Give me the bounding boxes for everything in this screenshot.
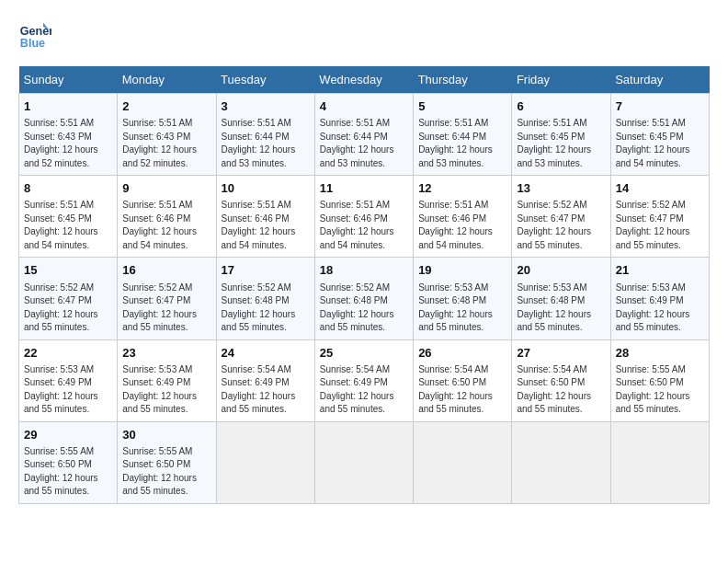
- day-header-saturday: Saturday: [610, 66, 709, 94]
- calendar-week-2: 8Sunrise: 5:51 AM Sunset: 6:45 PM Daylig…: [19, 176, 710, 258]
- day-number: 22: [24, 345, 112, 362]
- calendar-cell: 4Sunrise: 5:51 AM Sunset: 6:44 PM Daylig…: [314, 94, 413, 176]
- day-info: Sunrise: 5:51 AM Sunset: 6:46 PM Dayligh…: [418, 199, 506, 252]
- calendar-cell: 6Sunrise: 5:51 AM Sunset: 6:45 PM Daylig…: [512, 94, 610, 176]
- day-info: Sunrise: 5:52 AM Sunset: 6:48 PM Dayligh…: [320, 282, 408, 335]
- calendar-cell: 7Sunrise: 5:51 AM Sunset: 6:45 PM Daylig…: [610, 94, 709, 176]
- calendar-cell: 10Sunrise: 5:51 AM Sunset: 6:46 PM Dayli…: [216, 176, 314, 258]
- day-info: Sunrise: 5:53 AM Sunset: 6:49 PM Dayligh…: [24, 363, 112, 417]
- calendar-cell: 3Sunrise: 5:51 AM Sunset: 6:44 PM Daylig…: [216, 94, 314, 176]
- day-info: Sunrise: 5:53 AM Sunset: 6:48 PM Dayligh…: [418, 282, 506, 335]
- day-info: Sunrise: 5:51 AM Sunset: 6:45 PM Dayligh…: [616, 117, 704, 170]
- day-info: Sunrise: 5:52 AM Sunset: 6:47 PM Dayligh…: [122, 282, 210, 335]
- calendar-cell: 16Sunrise: 5:52 AM Sunset: 6:47 PM Dayli…: [118, 258, 216, 339]
- day-number: 3: [222, 98, 310, 115]
- day-info: Sunrise: 5:55 AM Sunset: 6:50 PM Dayligh…: [24, 445, 112, 499]
- day-info: Sunrise: 5:51 AM Sunset: 6:44 PM Dayligh…: [418, 117, 506, 170]
- svg-text:Blue: Blue: [20, 37, 45, 50]
- day-number: 10: [222, 180, 310, 197]
- day-info: Sunrise: 5:51 AM Sunset: 6:45 PM Dayligh…: [24, 199, 112, 252]
- calendar-header: SundayMondayTuesdayWednesdayThursdayFrid…: [19, 66, 710, 94]
- day-number: 29: [24, 427, 112, 443]
- calendar-cell: 26Sunrise: 5:54 AM Sunset: 6:50 PM Dayli…: [414, 339, 512, 421]
- day-info: Sunrise: 5:52 AM Sunset: 6:47 PM Dayligh…: [517, 199, 605, 252]
- day-number: 11: [320, 180, 408, 197]
- day-number: 5: [418, 98, 506, 115]
- calendar-cell: [414, 421, 512, 503]
- day-number: 16: [122, 262, 210, 279]
- day-info: Sunrise: 5:54 AM Sunset: 6:50 PM Dayligh…: [517, 363, 605, 417]
- calendar-cell: 29Sunrise: 5:55 AM Sunset: 6:50 PM Dayli…: [19, 421, 118, 503]
- calendar-cell: 14Sunrise: 5:52 AM Sunset: 6:47 PM Dayli…: [610, 176, 709, 258]
- calendar-cell: [512, 421, 610, 503]
- day-header-wednesday: Wednesday: [314, 66, 413, 94]
- day-info: Sunrise: 5:52 AM Sunset: 6:47 PM Dayligh…: [616, 199, 704, 252]
- day-info: Sunrise: 5:55 AM Sunset: 6:50 PM Dayligh…: [616, 363, 704, 417]
- calendar-cell: 8Sunrise: 5:51 AM Sunset: 6:45 PM Daylig…: [19, 176, 118, 258]
- calendar-cell: 21Sunrise: 5:53 AM Sunset: 6:49 PM Dayli…: [610, 258, 709, 339]
- calendar-cell: [314, 421, 413, 503]
- day-info: Sunrise: 5:51 AM Sunset: 6:46 PM Dayligh…: [222, 199, 310, 252]
- day-info: Sunrise: 5:55 AM Sunset: 6:50 PM Dayligh…: [122, 445, 210, 499]
- day-header-thursday: Thursday: [414, 66, 512, 94]
- calendar-cell: [610, 421, 709, 503]
- day-info: Sunrise: 5:51 AM Sunset: 6:44 PM Dayligh…: [222, 117, 310, 170]
- day-info: Sunrise: 5:51 AM Sunset: 6:45 PM Dayligh…: [517, 117, 605, 170]
- calendar-week-3: 15Sunrise: 5:52 AM Sunset: 6:47 PM Dayli…: [19, 258, 710, 339]
- calendar-cell: 15Sunrise: 5:52 AM Sunset: 6:47 PM Dayli…: [19, 258, 118, 339]
- day-number: 24: [222, 345, 310, 362]
- day-number: 19: [418, 262, 506, 279]
- day-info: Sunrise: 5:52 AM Sunset: 6:47 PM Dayligh…: [24, 282, 112, 335]
- calendar-cell: 25Sunrise: 5:54 AM Sunset: 6:49 PM Dayli…: [314, 339, 413, 421]
- day-info: Sunrise: 5:54 AM Sunset: 6:50 PM Dayligh…: [418, 363, 506, 417]
- day-number: 25: [320, 345, 408, 362]
- day-info: Sunrise: 5:53 AM Sunset: 6:49 PM Dayligh…: [122, 363, 210, 417]
- day-number: 23: [122, 345, 210, 362]
- day-info: Sunrise: 5:53 AM Sunset: 6:49 PM Dayligh…: [616, 282, 704, 335]
- day-info: Sunrise: 5:53 AM Sunset: 6:48 PM Dayligh…: [517, 282, 605, 335]
- day-number: 18: [320, 262, 408, 279]
- day-info: Sunrise: 5:54 AM Sunset: 6:49 PM Dayligh…: [222, 363, 310, 417]
- day-header-monday: Monday: [118, 66, 216, 94]
- day-info: Sunrise: 5:51 AM Sunset: 6:46 PM Dayligh…: [320, 199, 408, 252]
- logo-icon: General Blue: [18, 18, 51, 52]
- calendar-week-5: 29Sunrise: 5:55 AM Sunset: 6:50 PM Dayli…: [19, 421, 710, 503]
- calendar-cell: 1Sunrise: 5:51 AM Sunset: 6:43 PM Daylig…: [19, 94, 118, 176]
- day-number: 4: [320, 98, 408, 115]
- day-header-tuesday: Tuesday: [216, 66, 314, 94]
- day-info: Sunrise: 5:51 AM Sunset: 6:44 PM Dayligh…: [320, 117, 408, 170]
- day-number: 9: [122, 180, 210, 197]
- day-info: Sunrise: 5:51 AM Sunset: 6:43 PM Dayligh…: [24, 117, 112, 170]
- calendar-cell: 5Sunrise: 5:51 AM Sunset: 6:44 PM Daylig…: [414, 94, 512, 176]
- calendar-cell: 23Sunrise: 5:53 AM Sunset: 6:49 PM Dayli…: [118, 339, 216, 421]
- day-number: 2: [122, 98, 210, 115]
- day-number: 14: [616, 180, 704, 197]
- calendar-cell: 28Sunrise: 5:55 AM Sunset: 6:50 PM Dayli…: [610, 339, 709, 421]
- calendar-cell: 17Sunrise: 5:52 AM Sunset: 6:48 PM Dayli…: [216, 258, 314, 339]
- day-number: 26: [418, 345, 506, 362]
- day-info: Sunrise: 5:51 AM Sunset: 6:46 PM Dayligh…: [122, 199, 210, 252]
- calendar-week-1: 1Sunrise: 5:51 AM Sunset: 6:43 PM Daylig…: [19, 94, 710, 176]
- calendar-cell: 18Sunrise: 5:52 AM Sunset: 6:48 PM Dayli…: [314, 258, 413, 339]
- day-number: 12: [418, 180, 506, 197]
- day-number: 17: [222, 262, 310, 279]
- calendar-cell: 27Sunrise: 5:54 AM Sunset: 6:50 PM Dayli…: [512, 339, 610, 421]
- calendar-cell: 20Sunrise: 5:53 AM Sunset: 6:48 PM Dayli…: [512, 258, 610, 339]
- day-number: 28: [616, 345, 704, 362]
- day-header-sunday: Sunday: [19, 66, 118, 94]
- calendar-cell: 2Sunrise: 5:51 AM Sunset: 6:43 PM Daylig…: [118, 94, 216, 176]
- day-number: 13: [517, 180, 605, 197]
- day-number: 21: [616, 262, 704, 279]
- day-info: Sunrise: 5:52 AM Sunset: 6:48 PM Dayligh…: [222, 282, 310, 335]
- calendar-cell: 13Sunrise: 5:52 AM Sunset: 6:47 PM Dayli…: [512, 176, 610, 258]
- day-number: 6: [517, 98, 605, 115]
- calendar-cell: 19Sunrise: 5:53 AM Sunset: 6:48 PM Dayli…: [414, 258, 512, 339]
- calendar-cell: 12Sunrise: 5:51 AM Sunset: 6:46 PM Dayli…: [414, 176, 512, 258]
- day-number: 8: [24, 180, 112, 197]
- calendar-cell: 22Sunrise: 5:53 AM Sunset: 6:49 PM Dayli…: [19, 339, 118, 421]
- calendar-table: SundayMondayTuesdayWednesdayThursdayFrid…: [18, 66, 710, 504]
- logo: General Blue: [18, 18, 55, 52]
- day-header-friday: Friday: [512, 66, 610, 94]
- calendar-cell: 11Sunrise: 5:51 AM Sunset: 6:46 PM Dayli…: [314, 176, 413, 258]
- day-info: Sunrise: 5:51 AM Sunset: 6:43 PM Dayligh…: [122, 117, 210, 170]
